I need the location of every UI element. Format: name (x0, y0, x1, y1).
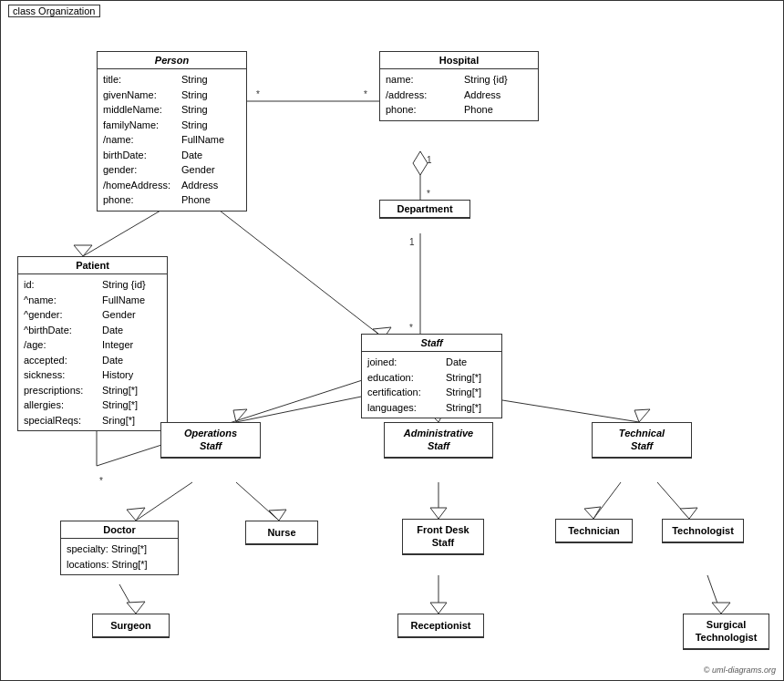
svg-line-26 (593, 482, 621, 519)
class-administrative-staff: AdministrativeStaff (384, 422, 493, 459)
class-staff: Staff joined:Date education:String[*] ce… (361, 334, 502, 418)
svg-marker-5 (413, 151, 428, 175)
technical-staff-header: TechnicalStaff (593, 423, 691, 458)
svg-marker-33 (430, 603, 447, 614)
svg-text:*: * (99, 476, 103, 486)
class-person: Person title:String givenName:String mid… (97, 51, 247, 212)
class-patient: Patient id:String {id} ^name:FullName ^g… (17, 256, 168, 431)
svg-marker-29 (680, 508, 697, 519)
svg-text:1: 1 (409, 237, 415, 247)
nurse-header: Nurse (246, 521, 317, 544)
svg-marker-27 (584, 507, 601, 519)
class-doctor: Doctor specialty: String[*] locations: S… (60, 521, 179, 575)
class-surgeon: Surgeon (92, 614, 170, 638)
class-technologist: Technologist (662, 519, 744, 543)
patient-body: id:String {id} ^name:FullName ^gender:Ge… (18, 274, 167, 430)
svg-marker-1 (74, 245, 92, 256)
surgeon-header: Surgeon (93, 614, 169, 637)
class-receptionist: Receptionist (397, 614, 484, 638)
svg-marker-23 (269, 510, 286, 521)
receptionist-header: Receptionist (398, 614, 483, 637)
class-technician: Technician (555, 519, 633, 543)
svg-line-30 (119, 584, 136, 614)
class-nurse: Nurse (245, 521, 318, 545)
operations-staff-header: OperationsStaff (161, 423, 260, 458)
svg-line-14 (236, 393, 379, 422)
svg-text:1: 1 (427, 155, 432, 165)
svg-marker-25 (430, 508, 447, 519)
svg-line-2 (220, 211, 384, 338)
svg-line-22 (236, 482, 279, 521)
class-technical-staff: TechnicalStaff (592, 422, 692, 459)
class-hospital: Hospital name:String {id} /address:Addre… (379, 51, 539, 121)
department-header: Department (380, 201, 469, 218)
patient-header: Patient (18, 257, 167, 274)
front-desk-staff-header: Front DeskStaff (403, 520, 483, 554)
staff-header: Staff (362, 335, 501, 352)
doctor-header: Doctor (61, 521, 178, 539)
svg-marker-31 (127, 602, 145, 614)
svg-marker-35 (712, 603, 730, 614)
class-operations-staff: OperationsStaff (160, 422, 261, 459)
class-surgical-technologist: SurgicalTechnologist (683, 614, 769, 650)
class-department: Department (379, 200, 470, 219)
technologist-header: Technologist (663, 520, 743, 542)
svg-text:*: * (364, 89, 367, 99)
person-body: title:String givenName:String middleName… (98, 69, 246, 211)
copyright: © uml-diagrams.org (704, 666, 776, 675)
svg-marker-21 (127, 508, 145, 521)
svg-marker-19 (634, 409, 650, 422)
diagram-container: class Organization 1 * 1 * * * (0, 0, 784, 681)
svg-text:*: * (256, 89, 260, 99)
diagram-title: class Organization (8, 5, 100, 17)
doctor-body: specialty: String[*] locations: String[*… (61, 539, 178, 574)
svg-line-0 (83, 211, 160, 256)
class-front-desk-staff: Front DeskStaff (402, 519, 484, 555)
administrative-staff-header: AdministrativeStaff (385, 423, 492, 458)
svg-marker-15 (233, 409, 247, 422)
svg-line-34 (707, 575, 721, 614)
surgical-technologist-header: SurgicalTechnologist (684, 614, 769, 649)
hospital-body: name:String {id} /address:Address phone:… (380, 69, 538, 120)
person-header: Person (98, 52, 246, 69)
svg-text:*: * (409, 323, 413, 333)
technician-header: Technician (556, 520, 632, 542)
staff-body: joined:Date education:String[*] certific… (362, 352, 501, 418)
svg-text:*: * (427, 189, 430, 199)
svg-line-20 (136, 482, 192, 521)
svg-line-28 (657, 482, 689, 519)
hospital-header: Hospital (380, 52, 538, 69)
